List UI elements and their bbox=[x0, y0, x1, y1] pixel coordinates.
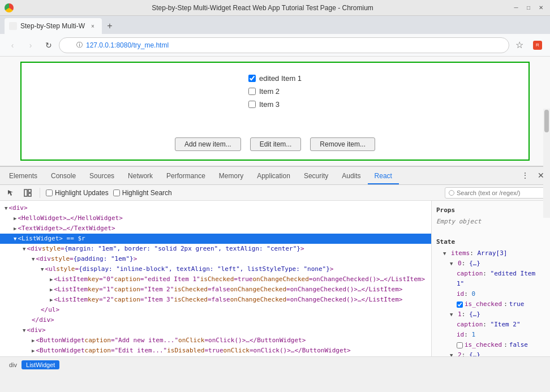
toggle-arrow[interactable]: ▶ bbox=[50, 274, 53, 285]
svg-rect-1 bbox=[28, 189, 31, 192]
code-line-list-selected[interactable]: ▼ <ListWidget> == $r bbox=[0, 234, 431, 244]
devtools-breadcrumb: div ListWidget bbox=[0, 356, 550, 372]
reload-button[interactable]: ↻ bbox=[41, 37, 57, 53]
code-line-div-padding: ▼ <div style={padding: "1em"}> bbox=[0, 254, 431, 264]
toggle-arrow[interactable]: ▼ bbox=[5, 203, 7, 213]
toggle-arrow[interactable]: ▶ bbox=[50, 295, 53, 305]
maximize-button[interactable]: □ bbox=[524, 3, 533, 12]
list-item-0[interactable]: edited Item 1 bbox=[248, 74, 302, 83]
back-button[interactable]: ‹ bbox=[5, 37, 20, 53]
toggle-arrow[interactable]: ▶ bbox=[32, 346, 35, 356]
search-input[interactable] bbox=[457, 189, 542, 196]
browser-tab[interactable]: Step-by-Step Multi-W × bbox=[5, 18, 102, 34]
devtools-more-button[interactable]: ⋮ bbox=[518, 169, 532, 182]
search-box bbox=[445, 187, 545, 199]
tab-console[interactable]: Console bbox=[44, 169, 83, 184]
page-scrollbar[interactable] bbox=[543, 109, 550, 218]
svg-rect-0 bbox=[24, 189, 27, 196]
new-tab-button[interactable]: + bbox=[102, 18, 118, 34]
minimize-button[interactable]: ─ bbox=[512, 3, 521, 12]
tab-sources[interactable]: Sources bbox=[83, 169, 121, 184]
inspect-icon bbox=[7, 189, 15, 197]
state-item1-checked: is_checked: false bbox=[436, 340, 545, 350]
extension-button[interactable]: R bbox=[530, 37, 545, 53]
scrollbar-thumb[interactable] bbox=[544, 110, 549, 132]
code-line-btn-edit: ▶ <ButtonWidget caption="Edit item..." i… bbox=[0, 346, 431, 356]
state-item2-label: ▼ 2: {…} bbox=[436, 350, 545, 356]
breadcrumb-listwidget[interactable]: ListWidget bbox=[22, 360, 59, 369]
code-panel[interactable]: ▼ <div> ▶ <HelloWidget>…</HelloWidget> ▶… bbox=[0, 201, 431, 356]
close-button[interactable]: ✕ bbox=[536, 3, 545, 12]
url-bar[interactable]: ⓘ 127.0.0.1:8080/try_me.html bbox=[59, 37, 509, 53]
tab-performance[interactable]: Performance bbox=[160, 169, 212, 184]
toggle-arrow[interactable]: ▼ bbox=[23, 325, 25, 335]
title-bar: Step-by-Step Multi-Widget React Web App … bbox=[0, 0, 550, 16]
tab-network[interactable]: Network bbox=[121, 169, 160, 184]
toggle-arrow[interactable]: ▼ bbox=[23, 244, 25, 254]
state-item1-id: id: 1 bbox=[436, 330, 545, 340]
checkbox-2[interactable] bbox=[248, 101, 256, 108]
props-title: Props bbox=[436, 205, 545, 216]
url-text: 127.0.0.1:8080/try_me.html bbox=[86, 41, 169, 49]
toggle-arrow[interactable]: ▶ bbox=[14, 223, 16, 234]
state-item0-label: ▼ 0: {…} bbox=[436, 259, 545, 269]
svg-rect-2 bbox=[28, 193, 31, 196]
list-item-1[interactable]: Item 2 bbox=[248, 87, 280, 96]
button-row: Add new item... Edit item... Remove item… bbox=[175, 137, 375, 151]
layout-button[interactable] bbox=[22, 187, 34, 199]
chrome-logo bbox=[5, 3, 14, 12]
props-empty: Empty object bbox=[436, 217, 545, 227]
tab-security[interactable]: Security bbox=[297, 169, 335, 184]
highlight-updates-toggle[interactable]: Highlight Updates bbox=[46, 189, 109, 197]
inspect-button[interactable] bbox=[5, 187, 17, 199]
checkbox-0[interactable] bbox=[248, 75, 256, 82]
tab-application[interactable]: Application bbox=[250, 169, 297, 184]
code-line-div2: ▼ <div> bbox=[0, 325, 431, 335]
toggle-arrow[interactable]: ▼ bbox=[32, 254, 35, 264]
code-line-text: ▶ <TextWidget>…</TextWidget> bbox=[0, 223, 431, 234]
list-item-2[interactable]: Item 3 bbox=[248, 100, 280, 109]
forward-button[interactable]: › bbox=[23, 37, 38, 53]
app-frame: edited Item 1 Item 2 Item 3 Add new item… bbox=[20, 62, 530, 161]
add-item-button[interactable]: Add new item... bbox=[175, 137, 241, 151]
highlight-search-checkbox[interactable] bbox=[113, 189, 120, 196]
tab-memory[interactable]: Memory bbox=[212, 169, 250, 184]
edit-item-button[interactable]: Edit item... bbox=[250, 137, 302, 151]
state-checkbox-1 bbox=[457, 342, 463, 348]
code-line-listitem0: ▶ <ListItem key="0" caption="edited Item… bbox=[0, 274, 431, 285]
tab-elements[interactable]: Elements bbox=[2, 169, 44, 184]
toggle-arrow[interactable]: ▼ bbox=[41, 264, 44, 274]
highlight-search-label: Highlight Search bbox=[122, 189, 172, 197]
code-line-listitem2: ▶ <ListItem key="2" caption="Item 3" isC… bbox=[0, 295, 431, 305]
checkbox-list: edited Item 1 Item 2 Item 3 bbox=[248, 74, 302, 109]
devtools-tab-bar: Elements Console Sources Network Perform… bbox=[0, 167, 550, 185]
state-checkbox-0 bbox=[457, 301, 463, 308]
bookmark-button[interactable]: ☆ bbox=[512, 37, 527, 53]
tab-audits[interactable]: Audits bbox=[335, 169, 367, 184]
tab-favicon bbox=[9, 22, 17, 30]
toggle-arrow[interactable]: ▶ bbox=[50, 285, 53, 295]
devtools-panel: Elements Console Sources Network Perform… bbox=[0, 166, 550, 372]
item-label-0: edited Item 1 bbox=[259, 74, 302, 83]
devtools-body: ▼ <div> ▶ <HelloWidget>…</HelloWidget> ▶… bbox=[0, 201, 550, 356]
remove-item-button[interactable]: Remove item... bbox=[310, 137, 375, 151]
tab-close-button[interactable]: × bbox=[88, 21, 97, 31]
code-line-div: ▼ <div> bbox=[0, 203, 431, 213]
checkbox-1[interactable] bbox=[248, 88, 256, 95]
tab-react[interactable]: React bbox=[368, 169, 399, 184]
tab-bar: Step-by-Step Multi-W × + bbox=[0, 16, 550, 34]
highlight-search-toggle[interactable]: Highlight Search bbox=[113, 189, 172, 197]
item-label-1: Item 2 bbox=[259, 87, 280, 96]
search-icon bbox=[449, 190, 454, 196]
window-controls: ─ □ ✕ bbox=[512, 3, 545, 12]
lock-icon: ⓘ bbox=[76, 41, 83, 49]
tab-label: Step-by-Step Multi-W bbox=[20, 22, 85, 30]
state-item1-caption: caption: "Item 2" bbox=[436, 320, 545, 330]
toggle-arrow[interactable]: ▶ bbox=[14, 213, 16, 223]
state-title: State bbox=[436, 237, 545, 247]
toggle-arrow[interactable]: ▶ bbox=[32, 335, 35, 346]
breadcrumb-div[interactable]: div bbox=[5, 360, 22, 369]
highlight-updates-checkbox[interactable] bbox=[46, 189, 53, 196]
state-item1-label: ▼ 1: {…} bbox=[436, 309, 545, 320]
layout-icon bbox=[24, 189, 32, 197]
